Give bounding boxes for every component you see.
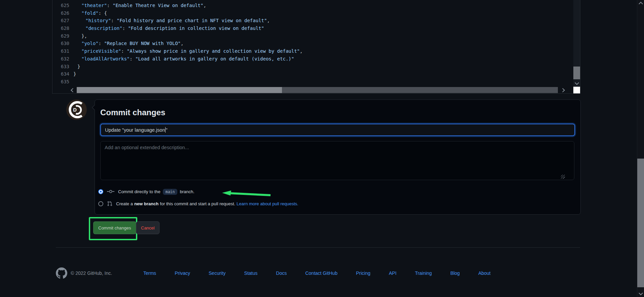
pull-request-icon <box>107 201 112 206</box>
code-line[interactable]: 631"priceVisible": "Always show price in… <box>52 47 573 55</box>
commit-message-text: Update "your language.json <box>105 127 165 133</box>
radio-new-branch-label: Create anew branchfor this commit and st… <box>116 201 298 206</box>
page: 625"theater": "Enable Theatre View on de… <box>0 0 644 297</box>
line-number: 629 <box>52 32 73 40</box>
editor-scroll-right-button[interactable] <box>560 87 567 93</box>
code-line[interactable]: 625"theater": "Enable Theatre View on de… <box>52 2 573 9</box>
code-editor[interactable]: 625"theater": "Enable Theatre View on de… <box>52 0 580 94</box>
commit-changes-button[interactable]: Commit changes <box>93 221 136 234</box>
line-number: 627 <box>52 17 73 25</box>
code-line[interactable]: 626"fold": { <box>52 9 573 17</box>
page-scrollbar-thumb[interactable] <box>637 159 644 287</box>
user-avatar: D <box>66 99 87 120</box>
chevron-down-icon <box>639 291 643 295</box>
line-number: 634 <box>52 70 73 78</box>
line-number: 628 <box>52 25 73 32</box>
page-scroll-down-button[interactable] <box>637 291 644 296</box>
commit-icon <box>107 189 114 194</box>
chevron-left-icon <box>71 88 75 92</box>
radio-option-commit-direct[interactable]: Commit directly to themainbranch. <box>98 188 194 195</box>
line-number: 625 <box>52 2 73 9</box>
learn-more-link[interactable]: Learn more about pull requests. <box>237 201 298 206</box>
code-line[interactable]: 628"description": "Fold description in c… <box>52 25 573 32</box>
editor-scroll-down-button[interactable] <box>573 80 580 86</box>
cancel-button[interactable]: Cancel <box>136 221 159 234</box>
github-logo-icon[interactable] <box>56 267 67 279</box>
line-number: 626 <box>52 9 73 17</box>
code-line[interactable]: 627"history": "Fold history and price ch… <box>52 17 573 25</box>
code-line[interactable]: 629}, <box>52 32 573 40</box>
code-line[interactable]: 633} <box>52 63 573 71</box>
commit-message-text-after: " <box>166 127 167 133</box>
line-number: 635 <box>52 78 73 86</box>
commit-panel: Commit changes Update "your language.jso… <box>95 99 581 215</box>
footer-link-privacy[interactable]: Privacy <box>175 270 190 276</box>
line-number: 631 <box>52 47 73 55</box>
page-scrollbar[interactable] <box>637 0 644 297</box>
code-line[interactable]: 634} <box>52 70 573 78</box>
footer-divider <box>56 247 580 248</box>
footer-link-terms[interactable]: Terms <box>143 270 156 276</box>
code-line[interactable]: 635 <box>52 78 573 86</box>
radio-unselected[interactable] <box>98 201 103 206</box>
footer-link-status[interactable]: Status <box>244 270 258 276</box>
radio-direct-label: Commit directly to themainbranch. <box>118 189 194 194</box>
editor-scrollbar-corner <box>573 87 580 93</box>
editor-horizontal-scrollbar-track[interactable] <box>77 87 558 93</box>
footer-link-about[interactable]: About <box>478 270 491 276</box>
page-scroll-up-button[interactable] <box>637 1 644 6</box>
footer-links: TermsPrivacySecurityStatusDocsContact Gi… <box>143 270 491 276</box>
code-line[interactable]: 630"yolo": "Replace BUY NOW with YOLO", <box>52 40 573 47</box>
editor-scroll-left-button[interactable] <box>69 87 76 93</box>
line-number: 632 <box>52 55 73 63</box>
code-line[interactable]: 632"loadAllArtworks": "Load all artworks… <box>52 55 573 63</box>
radio-selected[interactable] <box>98 189 103 194</box>
editor-vertical-scrollbar-thumb[interactable] <box>573 67 580 79</box>
footer-link-security[interactable]: Security <box>209 270 226 276</box>
chevron-down-icon <box>575 81 579 85</box>
footer-link-docs[interactable]: Docs <box>276 270 287 276</box>
footer-link-blog[interactable]: Blog <box>450 270 460 276</box>
footer-link-contact-github[interactable]: Contact GitHub <box>305 270 337 276</box>
line-number: 630 <box>52 40 73 47</box>
chevron-right-icon <box>561 88 565 92</box>
footer-copyright: © 2022 GitHub, Inc. <box>71 270 112 276</box>
commit-heading: Commit changes <box>100 107 165 118</box>
chevron-up-icon <box>639 2 643 6</box>
editor-horizontal-scrollbar[interactable] <box>52 87 573 93</box>
line-number: 633 <box>52 63 73 71</box>
footer-link-training[interactable]: Training <box>415 270 432 276</box>
svg-text:D: D <box>73 107 77 113</box>
footer-link-api[interactable]: API <box>389 270 397 276</box>
commit-message-input[interactable]: Update "your language.json" <box>100 124 575 136</box>
editor-vertical-scrollbar[interactable] <box>573 0 580 86</box>
branch-badge: main <box>163 189 178 195</box>
editor-horizontal-scrollbar-thumb[interactable] <box>77 87 282 93</box>
code-area[interactable]: 625"theater": "Enable Theatre View on de… <box>52 0 573 88</box>
radio-option-new-branch[interactable]: Create anew branchfor this commit and st… <box>98 200 298 207</box>
extended-description-textarea[interactable] <box>100 141 574 180</box>
footer-link-pricing[interactable]: Pricing <box>356 270 370 276</box>
